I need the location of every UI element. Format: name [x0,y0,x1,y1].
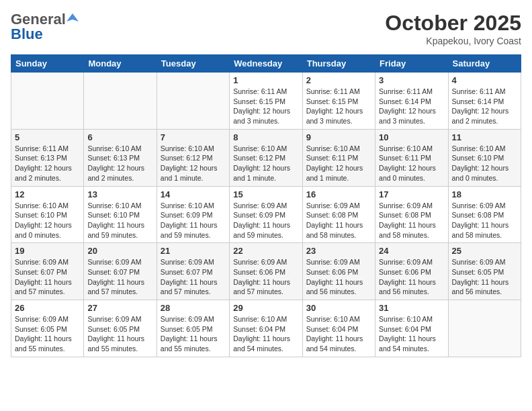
calendar-header-row: SundayMondayTuesdayWednesdayThursdayFrid… [11,55,521,73]
cell-info: Daylight: 12 hours and 0 minutes. [379,163,444,183]
day-header-saturday: Saturday [448,55,521,73]
cell-info: Sunset: 6:08 PM [379,210,444,220]
cell-info: Sunrise: 6:09 AM [161,257,226,267]
cell-info: Sunset: 6:09 PM [233,210,298,220]
cell-info: Daylight: 11 hours and 58 minutes. [306,220,371,240]
day-number: 30 [306,303,371,313]
cell-info: Sunset: 6:06 PM [379,267,444,277]
calendar-cell: 10Sunrise: 6:10 AMSunset: 6:11 PMDayligh… [375,129,448,186]
cell-info: Sunset: 6:07 PM [15,267,80,277]
cell-info: Daylight: 11 hours and 59 minutes. [161,220,226,240]
cell-info: Sunrise: 6:11 AM [452,87,517,97]
logo-bird-icon [66,12,79,24]
day-number: 28 [161,303,226,313]
cell-info: Sunset: 6:05 PM [452,267,517,277]
calendar-cell: 28Sunrise: 6:09 AMSunset: 6:05 PMDayligh… [157,300,229,357]
cell-info: Daylight: 11 hours and 54 minutes. [233,334,298,353]
day-number: 20 [87,246,152,256]
cell-info: Daylight: 11 hours and 59 minutes. [233,220,298,240]
cell-info: Sunset: 6:15 PM [233,97,298,107]
cell-info: Sunset: 6:08 PM [306,210,371,220]
cell-info: Sunset: 6:14 PM [452,97,517,107]
day-number: 6 [87,132,152,142]
cell-info: Sunset: 6:04 PM [306,324,371,334]
calendar-cell: 21Sunrise: 6:09 AMSunset: 6:07 PMDayligh… [157,243,229,300]
day-number: 4 [452,75,517,85]
cell-info: Sunset: 6:06 PM [306,267,371,277]
cell-info: Sunrise: 6:09 AM [306,201,371,211]
calendar-cell: 2Sunrise: 6:11 AMSunset: 6:15 PMDaylight… [302,73,375,130]
day-number: 14 [161,189,226,199]
day-number: 17 [379,189,444,199]
day-number: 10 [379,132,444,142]
cell-info: Daylight: 11 hours and 56 minutes. [306,277,371,297]
calendar-cell: 16Sunrise: 6:09 AMSunset: 6:08 PMDayligh… [302,186,375,243]
calendar-cell: 30Sunrise: 6:10 AMSunset: 6:04 PMDayligh… [302,300,375,357]
cell-info: Sunrise: 6:10 AM [87,144,152,154]
cell-info: Sunrise: 6:11 AM [233,87,298,97]
calendar-cell: 8Sunrise: 6:10 AMSunset: 6:12 PMDaylight… [230,129,302,186]
cell-info: Daylight: 11 hours and 57 minutes. [87,277,152,297]
cell-info: Sunrise: 6:10 AM [452,144,517,154]
calendar-cell: 25Sunrise: 6:09 AMSunset: 6:05 PMDayligh… [448,243,521,300]
cell-info: Sunset: 6:11 PM [379,153,444,163]
cell-info: Daylight: 12 hours and 1 minute. [306,163,371,183]
cell-info: Sunset: 6:07 PM [161,267,226,277]
calendar-cell: 31Sunrise: 6:10 AMSunset: 6:04 PMDayligh… [375,300,448,357]
cell-info: Sunset: 6:12 PM [161,153,226,163]
cell-info: Sunrise: 6:09 AM [161,314,226,324]
calendar-cell: 12Sunrise: 6:10 AMSunset: 6:10 PMDayligh… [11,186,84,243]
cell-info: Sunset: 6:07 PM [87,267,152,277]
cell-info: Sunrise: 6:09 AM [15,314,80,324]
calendar-cell: 27Sunrise: 6:09 AMSunset: 6:05 PMDayligh… [84,300,157,357]
calendar-cell: 15Sunrise: 6:09 AMSunset: 6:09 PMDayligh… [230,186,302,243]
day-header-tuesday: Tuesday [157,55,229,73]
day-number: 5 [15,132,80,142]
cell-info: Sunset: 6:10 PM [452,153,517,163]
cell-info: Sunrise: 6:10 AM [379,314,444,324]
cell-info: Daylight: 11 hours and 57 minutes. [15,277,80,297]
cell-info: Daylight: 12 hours and 2 minutes. [452,106,517,126]
day-number: 8 [233,132,298,142]
calendar-cell: 23Sunrise: 6:09 AMSunset: 6:06 PMDayligh… [302,243,375,300]
day-header-monday: Monday [84,55,157,73]
calendar-cell: 4Sunrise: 6:11 AMSunset: 6:14 PMDaylight… [448,73,521,130]
cell-info: Daylight: 12 hours and 2 minutes. [15,163,80,183]
cell-info: Sunset: 6:09 PM [161,210,226,220]
month-title: October 2025 [385,11,521,36]
cell-info: Sunrise: 6:11 AM [15,144,80,154]
day-number: 9 [306,132,371,142]
cell-info: Daylight: 11 hours and 54 minutes. [379,334,444,353]
cell-info: Daylight: 12 hours and 3 minutes. [233,106,298,126]
cell-info: Daylight: 11 hours and 54 minutes. [306,334,371,353]
day-number: 15 [233,189,298,199]
day-number: 25 [452,246,517,256]
svg-marker-0 [66,13,79,21]
cell-info: Sunrise: 6:10 AM [233,144,298,154]
day-number: 22 [233,246,298,256]
cell-info: Sunset: 6:10 PM [87,210,152,220]
day-number: 29 [233,303,298,313]
day-number: 2 [306,75,371,85]
cell-info: Sunset: 6:13 PM [87,153,152,163]
cell-info: Sunset: 6:13 PM [15,153,80,163]
cell-info: Sunset: 6:14 PM [379,97,444,107]
cell-info: Sunset: 6:12 PM [233,153,298,163]
day-header-friday: Friday [375,55,448,73]
cell-info: Daylight: 12 hours and 2 minutes. [87,163,152,183]
cell-info: Daylight: 11 hours and 58 minutes. [452,220,517,240]
cell-info: Sunset: 6:08 PM [452,210,517,220]
day-number: 18 [452,189,517,199]
calendar-week-row: 1Sunrise: 6:11 AMSunset: 6:15 PMDaylight… [11,73,521,130]
cell-info: Sunset: 6:05 PM [15,324,80,334]
cell-info: Daylight: 11 hours and 55 minutes. [161,334,226,353]
cell-info: Sunset: 6:05 PM [161,324,226,334]
calendar-cell: 22Sunrise: 6:09 AMSunset: 6:06 PMDayligh… [230,243,302,300]
cell-info: Daylight: 12 hours and 1 minute. [161,163,226,183]
calendar-week-row: 19Sunrise: 6:09 AMSunset: 6:07 PMDayligh… [11,243,521,300]
cell-info: Sunrise: 6:09 AM [306,257,371,267]
calendar-cell [448,300,521,357]
cell-info: Daylight: 12 hours and 0 minutes. [15,220,80,240]
calendar-cell: 14Sunrise: 6:10 AMSunset: 6:09 PMDayligh… [157,186,229,243]
calendar-cell: 9Sunrise: 6:10 AMSunset: 6:11 PMDaylight… [302,129,375,186]
